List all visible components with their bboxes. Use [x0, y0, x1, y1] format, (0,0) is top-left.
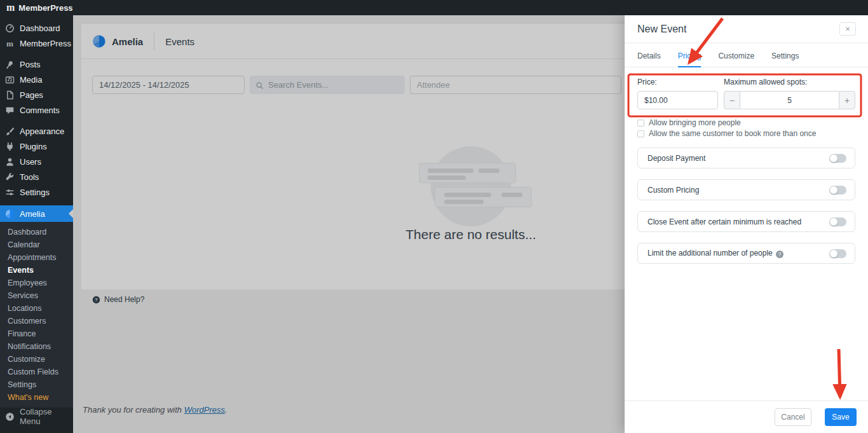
- appearance-icon: [5, 127, 15, 136]
- collapse-menu-label: Collapse Menu: [20, 407, 68, 426]
- sidebar-item-label: Media: [20, 75, 42, 85]
- price-field-group: Price:: [637, 78, 718, 109]
- amelia-submenu-notifications[interactable]: Notifications: [0, 340, 73, 353]
- pricing-checkboxes: Allow bringing more peopleAllow the same…: [625, 109, 868, 138]
- pricing-fields-row: Price: Maximum allowed spots: − +: [625, 67, 868, 109]
- toggle-switch-off[interactable]: [829, 186, 846, 195]
- sidebar-item-settings[interactable]: Settings: [0, 184, 73, 200]
- toggle-row-limit-the-additional-number-of: Limit the additional number of people?: [637, 243, 855, 264]
- sidebar-item-label: Appearance: [20, 127, 64, 136]
- panel-tabs: DetailsPricingCustomizeSettings: [625, 43, 868, 67]
- save-button[interactable]: Save: [825, 408, 857, 426]
- sidebar-item-label: Settings: [20, 188, 50, 197]
- sidebar-item-pages[interactable]: Pages: [0, 87, 73, 102]
- sidebar-item-label: Users: [20, 157, 41, 167]
- amelia-submenu-custom-fields[interactable]: Custom Fields: [0, 366, 73, 378]
- price-input[interactable]: [637, 91, 718, 109]
- toggle-label: Deposit Payment: [648, 154, 705, 163]
- info-icon[interactable]: ?: [776, 251, 783, 258]
- collapse-arrow-icon: [5, 412, 15, 422]
- sidebar-item-tools[interactable]: Tools: [0, 169, 73, 184]
- media-icon: [5, 75, 15, 85]
- amelia-submenu-customers[interactable]: Customers: [0, 315, 73, 327]
- checkbox-label: Allow bringing more people: [649, 118, 741, 127]
- wp-admin-sidebar: DashboardmMemberPressPostsMediaPagesComm…: [0, 15, 73, 433]
- tab-settings[interactable]: Settings: [771, 52, 799, 67]
- users-icon: [5, 157, 15, 167]
- toggle-label: Custom Pricing: [648, 186, 699, 195]
- max-spots-label: Maximum allowed spots:: [724, 78, 855, 86]
- toggle-row-deposit-payment: Deposit Payment: [637, 148, 855, 168]
- amelia-submenu-finance[interactable]: Finance: [0, 327, 73, 340]
- amelia-submenu-what-s-new[interactable]: What's new: [0, 391, 73, 404]
- admin-bar-site-name[interactable]: MemberPress: [18, 3, 72, 13]
- sidebar-item-label: Tools: [20, 172, 39, 182]
- toggle-switch-off[interactable]: [829, 217, 846, 226]
- sidebar-item-users[interactable]: Users: [0, 154, 73, 169]
- posts-icon: [5, 60, 15, 69]
- sidebar-item-plugins[interactable]: Plugins: [0, 139, 73, 154]
- pages-icon: [5, 90, 15, 100]
- wp-admin-bar: m MemberPress: [0, 0, 868, 15]
- settings-icon: [5, 188, 15, 197]
- plugins-icon: [5, 142, 15, 151]
- main-content: Amelia Events: [73, 15, 625, 433]
- amelia-submenu: DashboardCalendarAppointmentsEventsEmplo…: [0, 222, 73, 408]
- wordpress-admin-screen: m MemberPress DashboardmMemberPressPosts…: [0, 0, 868, 433]
- tab-pricing[interactable]: Pricing: [678, 52, 702, 67]
- sidebar-item-label: MemberPress: [20, 39, 71, 48]
- amelia-submenu-settings[interactable]: Settings: [0, 378, 73, 391]
- modal-backdrop: [73, 15, 625, 433]
- spots-decrement-button[interactable]: −: [724, 91, 740, 109]
- checkbox-row: Allow the same customer to book more tha…: [637, 129, 855, 138]
- collapse-menu-button[interactable]: Collapse Menu: [0, 407, 73, 426]
- max-spots-field-group: Maximum allowed spots: − +: [724, 78, 855, 109]
- sidebar-item-label: Posts: [20, 60, 41, 69]
- amelia-icon: [5, 209, 15, 219]
- panel-footer: Cancel Save: [625, 401, 868, 433]
- toggle-switch-off[interactable]: [829, 154, 846, 163]
- checkbox-label: Allow the same customer to book more tha…: [649, 129, 816, 138]
- cancel-button[interactable]: Cancel: [775, 408, 811, 426]
- max-spots-stepper: − +: [724, 91, 855, 109]
- sidebar-item-amelia[interactable]: Amelia: [0, 205, 73, 222]
- sidebar-item-media[interactable]: Media: [0, 72, 73, 87]
- sidebar-item-memberpress[interactable]: mMemberPress: [0, 36, 73, 51]
- sidebar-item-appearance[interactable]: Appearance: [0, 123, 73, 139]
- amelia-submenu-services[interactable]: Services: [0, 289, 73, 302]
- svg-text:m: m: [6, 39, 13, 48]
- sidebar-item-comments[interactable]: Comments: [0, 102, 73, 118]
- amelia-submenu-customize[interactable]: Customize: [0, 353, 73, 366]
- max-spots-input[interactable]: [740, 91, 839, 109]
- sidebar-item-posts[interactable]: Posts: [0, 57, 73, 72]
- amelia-submenu-appointments[interactable]: Appointments: [0, 251, 73, 264]
- tab-details[interactable]: Details: [637, 52, 661, 67]
- panel-header: New Event ×: [625, 15, 868, 43]
- memberpress-logo-icon: m: [6, 3, 13, 13]
- amelia-submenu-calendar[interactable]: Calendar: [0, 238, 73, 251]
- toggle-row-custom-pricing: Custom Pricing: [637, 179, 855, 200]
- sidebar-item-label: Pages: [20, 90, 43, 100]
- dashboard-icon: [5, 24, 15, 33]
- checkbox-unchecked[interactable]: [637, 130, 644, 137]
- checkbox-unchecked[interactable]: [637, 120, 644, 127]
- amelia-submenu-dashboard[interactable]: Dashboard: [0, 226, 73, 238]
- sidebar-item-dashboard[interactable]: Dashboard: [0, 20, 73, 36]
- memberpress-icon: m: [5, 39, 15, 48]
- sidebar-item-label: Plugins: [20, 142, 47, 151]
- panel-title: New Event: [637, 24, 686, 35]
- pricing-toggles: Deposit PaymentCustom PricingClose Event…: [625, 148, 868, 264]
- toggle-label: Close Event after certain minimum is rea…: [648, 217, 801, 226]
- amelia-submenu-locations[interactable]: Locations: [0, 302, 73, 315]
- toggle-row-close-event-after-certain-mini: Close Event after certain minimum is rea…: [637, 211, 855, 232]
- comments-icon: [5, 106, 15, 115]
- sidebar-item-label: Dashboard: [20, 24, 60, 33]
- spots-increment-button[interactable]: +: [839, 91, 855, 109]
- amelia-submenu-employees[interactable]: Employees: [0, 277, 73, 289]
- toggle-switch-off[interactable]: [829, 249, 846, 258]
- tab-customize[interactable]: Customize: [718, 52, 754, 67]
- amelia-submenu-events[interactable]: Events: [0, 264, 73, 277]
- admin-menu: DashboardmMemberPressPostsMediaPagesComm…: [0, 15, 73, 222]
- sidebar-item-label: Comments: [20, 106, 60, 115]
- close-panel-button[interactable]: ×: [839, 22, 856, 36]
